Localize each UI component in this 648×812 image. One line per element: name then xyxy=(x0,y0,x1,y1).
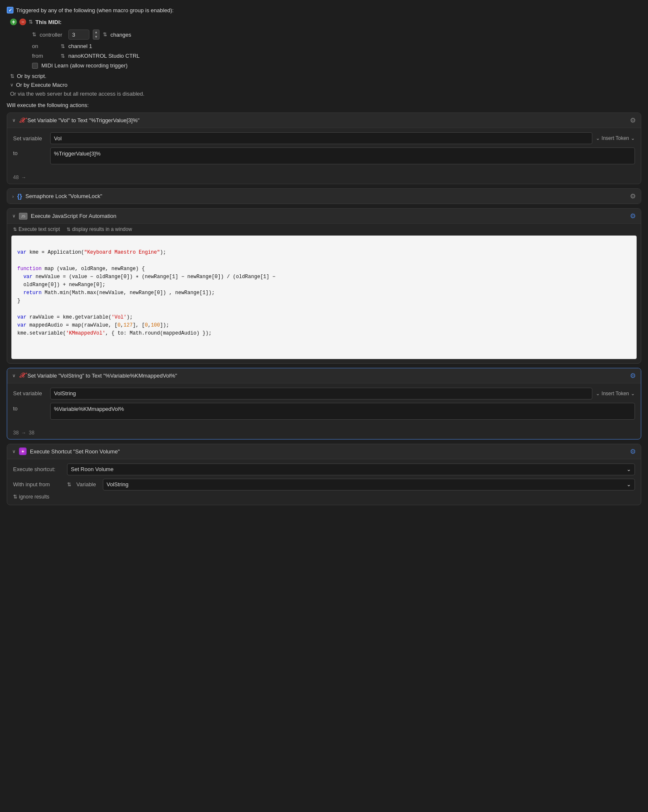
set-var-label: Set variable xyxy=(13,135,47,142)
action-set-var-volstring-header[interactable]: ∨ 𝒳 Set Variable "VolString" to Text "%V… xyxy=(7,368,641,383)
add-trigger-button[interactable]: + xyxy=(10,19,17,25)
shortcut-icon: ✦ xyxy=(19,448,27,455)
ignore-results-label: ignore results xyxy=(19,494,49,500)
set-var-volstring-label: Set variable xyxy=(13,390,47,397)
footer-arrow-vol: → xyxy=(21,174,26,180)
execute-macro-chevron: ∨ xyxy=(10,82,13,88)
changes-arrows: ⇅ xyxy=(103,32,107,38)
action-shortcut: ∨ ✦ Execute Shortcut "Set Roon Volume" ⚙… xyxy=(7,444,641,505)
controller-row: ⇅ controller ▲ ▼ ⇅ changes xyxy=(32,29,641,40)
action-set-var-volstring: ∨ 𝒳 Set Variable "VolString" to Text "%V… xyxy=(7,368,641,439)
code-line-blank4 xyxy=(17,338,631,346)
code-line-blank1 xyxy=(17,241,631,249)
execute-shortcut-row: Execute shortcut: Set Roon Volume ⌄ xyxy=(13,464,635,475)
action-shortcut-header[interactable]: ∨ ✦ Execute Shortcut "Set Roon Volume" ⚙ xyxy=(7,444,641,459)
action-set-var-volstring-chevron: ∨ xyxy=(12,373,16,378)
with-input-arrows: ⇅ xyxy=(67,482,71,488)
action-set-var-vol-gear[interactable]: ⚙ xyxy=(630,116,636,124)
main-container: Triggered by any of the following (when … xyxy=(0,0,648,520)
to-row-vol: to %TriggerValue[3]% xyxy=(13,147,635,164)
ignore-results-arrows: ⇅ xyxy=(13,494,17,500)
action-js-header[interactable]: ∨ JS Execute JavaScript For Automation ⚙ xyxy=(7,209,641,224)
semaphore-icon: {} xyxy=(17,193,22,200)
on-label: on xyxy=(32,43,57,49)
variable-select[interactable]: VolString ⌄ xyxy=(103,479,635,490)
action-js: ∨ JS Execute JavaScript For Automation ⚙… xyxy=(7,208,641,364)
action-set-var-volstring-gear[interactable]: ⚙ xyxy=(630,372,636,380)
action-set-var-volstring-body: Set variable ⌄ Insert Token ⌄ to %Variab… xyxy=(7,383,641,428)
channel-label: channel 1 xyxy=(68,43,92,49)
action-semaphore-gear[interactable]: ⚙ xyxy=(630,192,636,200)
or-by-script: Or by script. xyxy=(17,73,46,79)
will-execute: Will execute the following actions: xyxy=(7,102,641,108)
code-line-func: function map (value, oldRange, newRange)… xyxy=(17,265,631,273)
variable-value: VolString xyxy=(107,481,129,488)
text-script-arrows: ⇅ xyxy=(13,227,17,232)
midi-learn-checkbox[interactable] xyxy=(32,63,38,69)
display-results-label: display results in a window xyxy=(72,226,132,232)
with-input-label: With input from xyxy=(13,481,64,488)
action-js-gear[interactable]: ⚙ xyxy=(630,212,636,220)
action-set-var-vol-body: Set variable ⌄ Insert Token ⌄ to %Trigge… xyxy=(7,128,641,173)
action-shortcut-title: Execute Shortcut "Set Roon Volume" xyxy=(30,448,120,455)
set-var-icon: 𝒳 xyxy=(19,117,24,124)
trigger-header-text: Triggered by any of the following (when … xyxy=(16,7,174,13)
ignore-results-row[interactable]: ⇅ ignore results xyxy=(13,494,635,500)
js-option-display-results[interactable]: ⇅ display results in a window xyxy=(67,226,132,232)
or-via-web: Or via the web server but all remote acc… xyxy=(10,91,145,97)
trigger-checkbox[interactable] xyxy=(7,7,13,13)
action-set-var-vol-header[interactable]: ∨ 𝒳 Set Variable "Vol" to Text "%Trigger… xyxy=(7,113,641,128)
remove-trigger-button[interactable]: − xyxy=(19,19,26,25)
or-by-execute: Or by Execute Macro xyxy=(16,82,67,88)
midi-learn-row: MIDI Learn (allow recording trigger) xyxy=(32,62,641,69)
footer-num-vol: 48 xyxy=(13,174,19,180)
script-arrows: ⇅ xyxy=(10,73,14,79)
action-set-var-volstring-header-left: ∨ 𝒳 Set Variable "VolString" to Text "%V… xyxy=(12,372,177,379)
action-semaphore-chevron: › xyxy=(12,194,14,199)
action-set-var-volstring-title: Set Variable "VolString" to Text "%Varia… xyxy=(27,373,177,379)
set-var-vol-input[interactable] xyxy=(50,132,592,144)
set-var-volstring-row: Set variable ⌄ Insert Token ⌄ xyxy=(13,388,635,399)
execute-macro-row: ∨ Or by Execute Macro xyxy=(10,82,641,88)
midi-arrows-icon: ⇅ xyxy=(29,19,33,25)
action-shortcut-gear[interactable]: ⚙ xyxy=(630,448,636,456)
to-input-volstring[interactable]: %Variable%KMmappedVol% xyxy=(50,403,635,420)
from-arrows: ⇅ xyxy=(61,53,65,59)
controller-label: controller xyxy=(40,32,65,38)
js-option-text-script[interactable]: ⇅ Execute text script xyxy=(13,226,60,232)
action-semaphore-header[interactable]: › {} Semaphore Lock "VolumeLock" ⚙ xyxy=(7,189,641,204)
action-set-var-vol-footer: 48 → xyxy=(7,173,641,184)
footer-arrow-volstring: → xyxy=(21,430,26,436)
insert-token-btn-volstring[interactable]: ⌄ Insert Token ⌄ xyxy=(596,391,635,397)
variable-select-chevron: ⌄ xyxy=(626,481,631,488)
code-line-setvariable: kme.setvariable('KMmappedVol', { to: Mat… xyxy=(17,330,631,338)
action-set-var-vol: ∨ 𝒳 Set Variable "Vol" to Text "%Trigger… xyxy=(7,113,641,184)
shortcut-select[interactable]: Set Roon Volume ⌄ xyxy=(67,464,635,475)
action-set-var-volstring-footer: 38 → 38 xyxy=(7,428,641,439)
midi-details: ⇅ controller ▲ ▼ ⇅ changes on ⇅ channel … xyxy=(32,29,641,69)
controller-value-input[interactable] xyxy=(68,29,89,40)
code-line-return: return Math.min(Math.max(newValue, newRa… xyxy=(17,289,631,297)
changes-label: changes xyxy=(110,32,131,38)
code-editor[interactable]: var kme = Application("Keyboard Maestro … xyxy=(11,236,637,359)
action-set-var-vol-chevron: ∨ xyxy=(12,118,16,123)
set-var-volstring-icon: 𝒳 xyxy=(19,372,24,379)
set-var-volstring-input[interactable] xyxy=(50,388,592,399)
insert-token-chevron-volstring: ⌄ xyxy=(596,391,600,397)
controller-stepper[interactable]: ▲ ▼ xyxy=(93,29,99,40)
execute-shortcut-label: Execute shortcut: xyxy=(13,466,64,472)
to-label-vol: to xyxy=(13,147,47,156)
from-row: from ⇅ nanoKONTROL Studio CTRL xyxy=(32,53,641,59)
controller-arrows: ⇅ xyxy=(32,32,36,38)
action-semaphore: › {} Semaphore Lock "VolumeLock" ⚙ xyxy=(7,188,641,204)
js-icon: JS xyxy=(19,213,27,220)
code-line-mappedaudio: var mappedAudio = map(rawValue, [0,127],… xyxy=(17,322,631,330)
from-label: from xyxy=(32,53,57,59)
code-line-rawval: var rawValue = kme.getvariable('Vol'); xyxy=(17,314,631,322)
to-input-vol[interactable]: %TriggerValue[3]% xyxy=(50,147,635,164)
action-shortcut-body: Execute shortcut: Set Roon Volume ⌄ With… xyxy=(7,459,641,505)
code-line-newval: var newValue = (value − oldRange[0]) ∗ (… xyxy=(17,273,631,281)
text-script-label: Execute text script xyxy=(19,226,60,232)
action-shortcut-chevron: ∨ xyxy=(12,449,16,454)
insert-token-btn-vol[interactable]: ⌄ Insert Token ⌄ xyxy=(596,135,635,141)
